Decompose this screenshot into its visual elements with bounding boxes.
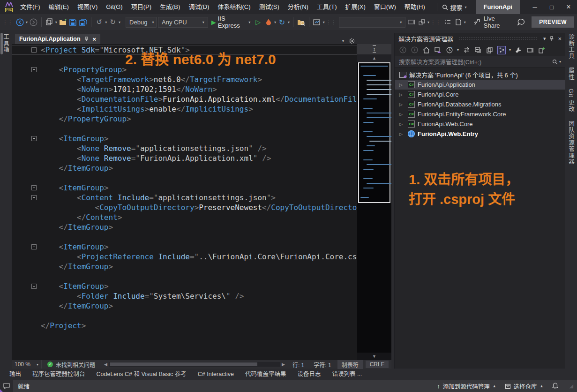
code-line-4[interactable]: <TargetFramework>net6.0</TargetFramework… (12, 75, 357, 84)
copy-path-icon[interactable] (486, 46, 494, 54)
menu-item-5[interactable]: 项目(P) (127, 0, 156, 14)
expander-icon[interactable]: ▷ (399, 132, 403, 136)
solution-platform-dropdown[interactable]: Any CPU▾ (158, 17, 208, 28)
split-window-handle[interactable]: ↕ (357, 44, 391, 54)
navigate-back-icon[interactable] (15, 17, 24, 27)
close-panel-icon[interactable]: × (558, 35, 562, 42)
code-line-6[interactable]: <DocumentationFile>FurionApi.Application… (12, 94, 357, 104)
refactor-caret-icon[interactable]: ▾ (427, 20, 429, 24)
code-line-11[interactable]: <None Remove="applicationsettings.json" … (12, 143, 357, 153)
bottom-tab-3[interactable]: CodeLens C# 和 Visual Basic 参考 (92, 369, 191, 380)
rename-icon[interactable] (407, 17, 416, 27)
menu-item-6[interactable]: 生成(B) (156, 0, 184, 14)
list-members-icon[interactable] (443, 17, 452, 27)
expander-icon[interactable]: ▷ (399, 122, 403, 127)
code-line-13[interactable]: </ItemGroup> (12, 163, 357, 173)
add-to-source-control-button[interactable]: ↑ 添加到源代码管理 ▲ (437, 382, 496, 391)
code-line-8[interactable]: </PropertyGroup> (12, 114, 357, 124)
menu-item-8[interactable]: 体系结构(C) (213, 0, 255, 14)
code-line-17[interactable]: <CopyToOutputDirectory>PreserveNewest</C… (12, 203, 357, 212)
menu-item-3[interactable]: 视图(V) (73, 0, 102, 14)
hot-reload-caret-icon[interactable]: ▾ (274, 20, 276, 24)
restart-caret-icon[interactable]: ▾ (288, 20, 290, 24)
code-line-29[interactable]: </Project> (12, 321, 357, 331)
code-line-18[interactable]: </Content> (12, 212, 357, 222)
right-rail-tab-1[interactable]: 诊断工具 (567, 34, 576, 59)
scroll-right-icon[interactable]: ▶ (280, 362, 286, 367)
fold-marker-icon[interactable] (31, 47, 37, 53)
code-editor[interactable]: 2. 替换 net6.0 为 net7.0 <Project Sdk="Micr… (12, 44, 357, 360)
switch-views-icon[interactable] (434, 46, 442, 54)
send-feedback-icon[interactable] (517, 17, 525, 27)
code-line-19[interactable]: </ItemGroup> (12, 222, 357, 232)
scroll-left-icon[interactable]: ◀ (103, 362, 109, 367)
properties-wrench-icon[interactable] (514, 46, 523, 54)
project-row-2[interactable]: ▷C#FurionApi.Core (395, 90, 565, 99)
save-icon[interactable] (69, 17, 78, 27)
expander-icon[interactable]: ▷ (399, 92, 403, 97)
search-icon[interactable]: ▾ (552, 59, 561, 65)
add-item-caret-icon[interactable]: ▾ (323, 20, 325, 24)
navigate-forward-icon[interactable] (29, 17, 38, 27)
redo-caret-icon[interactable]: ▾ (119, 20, 120, 24)
new-project-icon[interactable] (45, 17, 54, 27)
redo-icon[interactable]: ↻ (108, 17, 117, 27)
maximize-button[interactable]: □ (543, 0, 560, 14)
extract-icon[interactable] (417, 17, 426, 27)
toolbar-grip[interactable]: ⋮⋮ (431, 20, 441, 25)
code-line-7[interactable]: <ImplicitUsings>enable</ImplicitUsings> (12, 104, 357, 114)
expander-icon[interactable]: ▷ (399, 83, 403, 87)
code-line-25[interactable]: <ItemGroup> (12, 281, 357, 291)
show-all-files-caret-icon[interactable]: ▾ (509, 48, 511, 52)
pending-changes-filter-icon[interactable] (445, 46, 454, 54)
feedback-icon[interactable] (0, 380, 13, 392)
solution-configuration-dropdown[interactable]: Debug▾ (126, 17, 157, 28)
code-line-9[interactable] (12, 124, 357, 134)
bottom-tab-2[interactable]: 程序包管理器控制台 (28, 369, 90, 380)
bottom-tab-6[interactable]: 设备日志 (292, 369, 325, 380)
panel-menu-caret-icon[interactable]: ▾ (543, 36, 546, 42)
project-row-4[interactable]: ▷C#FurionApi.EntityFramework.Core (395, 109, 565, 119)
home-icon[interactable] (422, 46, 430, 54)
bottom-tab-5[interactable]: 代码覆盖率结果 (240, 369, 291, 380)
code-line-16[interactable]: <Content Include="applicationsettings.js… (12, 193, 357, 203)
tabs-mode-indicator[interactable]: 制表符 (337, 360, 363, 369)
preview-button[interactable]: PREVIEW (532, 16, 574, 28)
line-ending-indicator[interactable]: CRLF (366, 361, 389, 368)
menu-item-13[interactable]: 窗口(W) (370, 0, 400, 14)
open-folder-icon[interactable] (59, 17, 67, 27)
fold-marker-icon[interactable] (31, 284, 37, 289)
project-row-3[interactable]: ▷C#FurionApi.Database.Migrations (395, 99, 565, 109)
hot-reload-icon[interactable] (264, 17, 273, 27)
expander-icon[interactable]: ▷ (399, 112, 403, 117)
empty-combo-dropdown[interactable]: ▾ (339, 17, 406, 28)
undo-caret-icon[interactable]: ▾ (105, 20, 107, 24)
restart-icon[interactable]: ↻ (277, 17, 286, 27)
menu-item-12[interactable]: 扩展(X) (341, 0, 369, 14)
menu-item-7[interactable]: 调试(D) (184, 0, 213, 14)
document-tab[interactable]: FurionApi.Application × (15, 34, 100, 44)
horizontal-scrollbar[interactable]: ◀ ▶ (103, 360, 286, 369)
scrollbar-thumb[interactable] (110, 362, 257, 366)
close-button[interactable]: × (560, 0, 577, 14)
solution-root-row[interactable]: 解决方案 'FurionApi' (6 个项目，共 6 个) (395, 70, 565, 80)
parameter-info-icon[interactable] (454, 17, 463, 27)
new-project-caret-icon[interactable]: ▾ (55, 20, 57, 24)
code-line-14[interactable] (12, 173, 357, 183)
project-row-1[interactable]: ▷C#FurionApi.Application (395, 80, 565, 90)
menu-item-2[interactable]: 编辑(E) (45, 0, 73, 14)
expander-icon[interactable]: ▷ (399, 102, 403, 107)
close-tab-icon[interactable]: × (93, 36, 97, 43)
bottom-tab-4[interactable]: C# Interactive (193, 369, 239, 380)
collapse-all-icon[interactable] (474, 46, 482, 54)
code-line-10[interactable]: <ItemGroup> (12, 134, 357, 143)
document-health-indicator[interactable]: ✓ 未找到相关问题 (42, 361, 101, 369)
code-line-27[interactable]: </ItemGroup> (12, 301, 357, 311)
scroll-down-icon[interactable]: ▼ (357, 353, 391, 360)
start-debugging-button[interactable]: ▶ IIS Express ▾ (210, 15, 253, 29)
intellisense-caret-icon[interactable]: ▾ (464, 20, 466, 24)
code-line-5[interactable]: <NoWarn>1701;1702;1591</NoWarn> (12, 84, 357, 94)
fold-marker-icon[interactable] (31, 67, 37, 72)
menu-item-9[interactable]: 测试(S) (255, 0, 283, 14)
minimize-button[interactable]: ─ (526, 0, 543, 14)
